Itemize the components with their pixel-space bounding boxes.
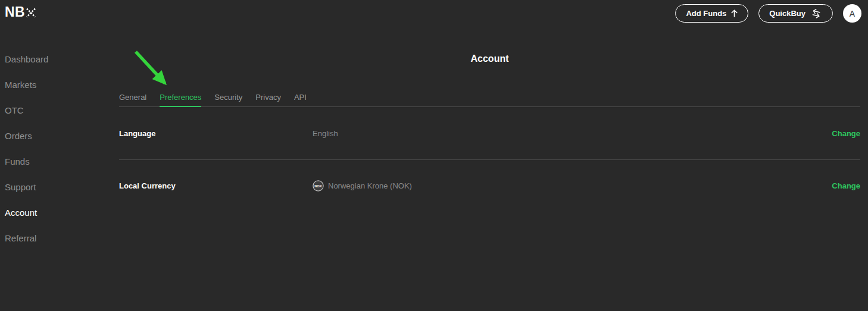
nok-coin-icon: NOK [313,180,324,191]
tab-general[interactable]: General [119,92,146,106]
nbx-logo-x-icon [26,8,36,18]
sidebar-item-otc[interactable]: OTC [5,98,112,123]
local-currency-label: Local Currency [119,181,313,190]
add-funds-button[interactable]: Add Funds [675,4,748,23]
account-tabs: General Preferences Security Privacy API [119,92,860,107]
sidebar-item-orders[interactable]: Orders [5,123,112,149]
sidebar: Dashboard Markets OTC Orders Funds Suppo… [5,46,112,251]
arrow-up-icon [731,10,738,17]
sidebar-item-support[interactable]: Support [5,174,112,200]
tab-privacy[interactable]: Privacy [255,92,281,106]
sidebar-item-referral[interactable]: Referral [5,225,112,251]
language-label: Language [119,129,313,138]
page-title: Account [119,54,860,64]
tab-api[interactable]: API [294,92,307,106]
tab-security[interactable]: Security [214,92,242,106]
add-funds-label: Add Funds [686,9,726,18]
language-row: Language English Change [119,107,860,159]
svg-text:NOK: NOK [314,184,321,188]
sidebar-item-dashboard[interactable]: Dashboard [5,46,112,72]
nbx-account-page: NB Add Funds QuickBuy A Dashboard Market… [0,0,868,311]
swap-arrows-icon [810,8,822,19]
header-actions: Add Funds QuickBuy A [675,4,861,23]
preferences-settings: Language English Change Local Currency N… [119,107,860,212]
quickbuy-label: QuickBuy [769,9,805,18]
local-currency-value: NOK Norwegian Krone (NOK) [313,180,832,191]
quickbuy-button[interactable]: QuickBuy [758,4,833,23]
local-currency-change-button[interactable]: Change [832,181,860,190]
nbx-logo[interactable]: NB [5,4,36,20]
local-currency-row: Local Currency NOK Norwegian Krone (NOK)… [119,159,860,212]
language-value: English [313,129,832,138]
sidebar-item-markets[interactable]: Markets [5,72,112,98]
sidebar-item-account[interactable]: Account [5,200,112,225]
avatar[interactable]: A [843,4,861,23]
nbx-logo-text: NB [5,4,25,20]
tab-preferences[interactable]: Preferences [160,92,201,106]
avatar-initial: A [850,9,855,18]
sidebar-item-funds[interactable]: Funds [5,149,112,174]
language-change-button[interactable]: Change [832,129,860,138]
